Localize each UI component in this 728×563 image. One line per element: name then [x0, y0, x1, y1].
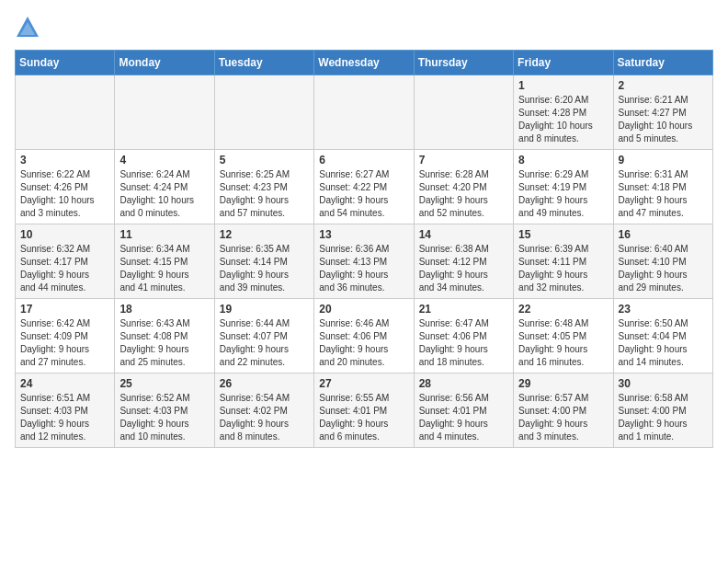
day-info: Sunrise: 6:44 AM Sunset: 4:07 PM Dayligh… — [220, 317, 309, 369]
calendar-cell: 27Sunrise: 6:55 AM Sunset: 4:01 PM Dayli… — [314, 373, 414, 448]
day-number: 30 — [619, 377, 708, 390]
calendar-cell: 1Sunrise: 6:20 AM Sunset: 4:28 PM Daylig… — [514, 75, 613, 150]
day-number: 1 — [518, 79, 608, 92]
weekday-header: Monday — [115, 51, 214, 75]
day-number: 20 — [319, 303, 408, 316]
calendar-cell: 16Sunrise: 6:40 AM Sunset: 4:10 PM Dayli… — [613, 224, 712, 299]
calendar-cell: 21Sunrise: 6:47 AM Sunset: 4:06 PM Dayli… — [414, 299, 513, 373]
day-number: 12 — [220, 228, 309, 241]
calendar-body: 1Sunrise: 6:20 AM Sunset: 4:28 PM Daylig… — [16, 75, 713, 448]
day-number: 9 — [619, 154, 708, 167]
day-info: Sunrise: 6:51 AM Sunset: 4:03 PM Dayligh… — [20, 392, 109, 443]
calendar-cell — [414, 75, 513, 150]
calendar-cell: 10Sunrise: 6:32 AM Sunset: 4:17 PM Dayli… — [16, 224, 115, 299]
day-info: Sunrise: 6:34 AM Sunset: 4:15 PM Dayligh… — [119, 243, 209, 294]
calendar-cell: 28Sunrise: 6:56 AM Sunset: 4:01 PM Dayli… — [414, 373, 513, 448]
day-number: 14 — [419, 228, 508, 241]
logo-icon — [15, 15, 40, 40]
day-info: Sunrise: 6:39 AM Sunset: 4:11 PM Dayligh… — [518, 243, 608, 294]
calendar-cell: 15Sunrise: 6:39 AM Sunset: 4:11 PM Dayli… — [514, 224, 613, 299]
calendar-header: SundayMondayTuesdayWednesdayThursdayFrid… — [16, 51, 713, 75]
day-info: Sunrise: 6:54 AM Sunset: 4:02 PM Dayligh… — [220, 392, 309, 443]
calendar-week-row: 3Sunrise: 6:22 AM Sunset: 4:26 PM Daylig… — [16, 150, 713, 224]
day-info: Sunrise: 6:52 AM Sunset: 4:03 PM Dayligh… — [119, 392, 209, 443]
day-number: 28 — [419, 377, 508, 390]
calendar-cell: 11Sunrise: 6:34 AM Sunset: 4:15 PM Dayli… — [115, 224, 214, 299]
calendar-cell: 18Sunrise: 6:43 AM Sunset: 4:08 PM Dayli… — [115, 299, 214, 373]
calendar-cell: 5Sunrise: 6:25 AM Sunset: 4:23 PM Daylig… — [214, 150, 313, 224]
weekday-row: SundayMondayTuesdayWednesdayThursdayFrid… — [16, 51, 713, 75]
day-info: Sunrise: 6:38 AM Sunset: 4:12 PM Dayligh… — [419, 243, 508, 294]
day-number: 17 — [20, 303, 109, 316]
day-info: Sunrise: 6:46 AM Sunset: 4:06 PM Dayligh… — [319, 317, 408, 369]
day-info: Sunrise: 6:27 AM Sunset: 4:22 PM Dayligh… — [319, 168, 408, 220]
day-number: 13 — [319, 228, 408, 241]
day-info: Sunrise: 6:55 AM Sunset: 4:01 PM Dayligh… — [319, 392, 408, 443]
weekday-header: Tuesday — [214, 51, 313, 75]
calendar-cell: 3Sunrise: 6:22 AM Sunset: 4:26 PM Daylig… — [16, 150, 115, 224]
calendar-cell: 13Sunrise: 6:36 AM Sunset: 4:13 PM Dayli… — [314, 224, 414, 299]
day-number: 4 — [119, 154, 209, 167]
day-info: Sunrise: 6:29 AM Sunset: 4:19 PM Dayligh… — [518, 168, 608, 220]
day-number: 15 — [518, 228, 608, 241]
day-number: 24 — [20, 377, 109, 390]
day-info: Sunrise: 6:56 AM Sunset: 4:01 PM Dayligh… — [419, 392, 508, 443]
day-info: Sunrise: 6:42 AM Sunset: 4:09 PM Dayligh… — [20, 317, 109, 369]
calendar-cell: 24Sunrise: 6:51 AM Sunset: 4:03 PM Dayli… — [16, 373, 115, 448]
day-info: Sunrise: 6:32 AM Sunset: 4:17 PM Dayligh… — [20, 243, 109, 294]
day-number: 21 — [419, 303, 508, 316]
day-info: Sunrise: 6:40 AM Sunset: 4:10 PM Dayligh… — [619, 243, 708, 294]
day-info: Sunrise: 6:50 AM Sunset: 4:04 PM Dayligh… — [619, 317, 708, 369]
calendar-cell: 14Sunrise: 6:38 AM Sunset: 4:12 PM Dayli… — [414, 224, 513, 299]
day-number: 19 — [220, 303, 309, 316]
day-info: Sunrise: 6:58 AM Sunset: 4:00 PM Dayligh… — [619, 392, 708, 443]
calendar-cell — [115, 75, 214, 150]
page-header — [15, 15, 713, 40]
day-info: Sunrise: 6:31 AM Sunset: 4:18 PM Dayligh… — [619, 168, 708, 220]
day-number: 7 — [419, 154, 508, 167]
day-info: Sunrise: 6:57 AM Sunset: 4:00 PM Dayligh… — [518, 392, 608, 443]
day-info: Sunrise: 6:20 AM Sunset: 4:28 PM Dayligh… — [518, 94, 608, 145]
day-info: Sunrise: 6:21 AM Sunset: 4:27 PM Dayligh… — [619, 94, 708, 145]
day-info: Sunrise: 6:28 AM Sunset: 4:20 PM Dayligh… — [419, 168, 508, 220]
calendar-cell: 9Sunrise: 6:31 AM Sunset: 4:18 PM Daylig… — [613, 150, 712, 224]
calendar-cell: 23Sunrise: 6:50 AM Sunset: 4:04 PM Dayli… — [613, 299, 712, 373]
calendar-cell: 30Sunrise: 6:58 AM Sunset: 4:00 PM Dayli… — [613, 373, 712, 448]
day-number: 25 — [119, 377, 209, 390]
calendar-table: SundayMondayTuesdayWednesdayThursdayFrid… — [15, 50, 713, 448]
calendar-cell: 8Sunrise: 6:29 AM Sunset: 4:19 PM Daylig… — [514, 150, 613, 224]
day-info: Sunrise: 6:43 AM Sunset: 4:08 PM Dayligh… — [119, 317, 209, 369]
calendar-cell — [16, 75, 115, 150]
calendar-cell: 20Sunrise: 6:46 AM Sunset: 4:06 PM Dayli… — [314, 299, 414, 373]
logo — [15, 15, 44, 40]
day-info: Sunrise: 6:35 AM Sunset: 4:14 PM Dayligh… — [220, 243, 309, 294]
day-info: Sunrise: 6:47 AM Sunset: 4:06 PM Dayligh… — [419, 317, 508, 369]
day-number: 3 — [20, 154, 109, 167]
day-info: Sunrise: 6:36 AM Sunset: 4:13 PM Dayligh… — [319, 243, 408, 294]
day-info: Sunrise: 6:25 AM Sunset: 4:23 PM Dayligh… — [220, 168, 309, 220]
calendar-cell: 19Sunrise: 6:44 AM Sunset: 4:07 PM Dayli… — [214, 299, 313, 373]
weekday-header: Friday — [514, 51, 613, 75]
calendar-cell: 7Sunrise: 6:28 AM Sunset: 4:20 PM Daylig… — [414, 150, 513, 224]
day-info: Sunrise: 6:24 AM Sunset: 4:24 PM Dayligh… — [119, 168, 209, 220]
day-number: 11 — [119, 228, 209, 241]
day-number: 22 — [518, 303, 608, 316]
day-number: 5 — [220, 154, 309, 167]
calendar-cell: 22Sunrise: 6:48 AM Sunset: 4:05 PM Dayli… — [514, 299, 613, 373]
calendar-cell: 29Sunrise: 6:57 AM Sunset: 4:00 PM Dayli… — [514, 373, 613, 448]
weekday-header: Saturday — [613, 51, 712, 75]
calendar-cell — [314, 75, 414, 150]
day-info: Sunrise: 6:48 AM Sunset: 4:05 PM Dayligh… — [518, 317, 608, 369]
day-number: 6 — [319, 154, 408, 167]
day-number: 8 — [518, 154, 608, 167]
calendar-week-row: 17Sunrise: 6:42 AM Sunset: 4:09 PM Dayli… — [16, 299, 713, 373]
calendar-cell: 26Sunrise: 6:54 AM Sunset: 4:02 PM Dayli… — [214, 373, 313, 448]
weekday-header: Thursday — [414, 51, 513, 75]
day-info: Sunrise: 6:22 AM Sunset: 4:26 PM Dayligh… — [20, 168, 109, 220]
calendar-week-row: 24Sunrise: 6:51 AM Sunset: 4:03 PM Dayli… — [16, 373, 713, 448]
day-number: 2 — [619, 79, 708, 92]
calendar-cell: 2Sunrise: 6:21 AM Sunset: 4:27 PM Daylig… — [613, 75, 712, 150]
calendar-cell: 17Sunrise: 6:42 AM Sunset: 4:09 PM Dayli… — [16, 299, 115, 373]
calendar-cell: 6Sunrise: 6:27 AM Sunset: 4:22 PM Daylig… — [314, 150, 414, 224]
weekday-header: Wednesday — [314, 51, 414, 75]
